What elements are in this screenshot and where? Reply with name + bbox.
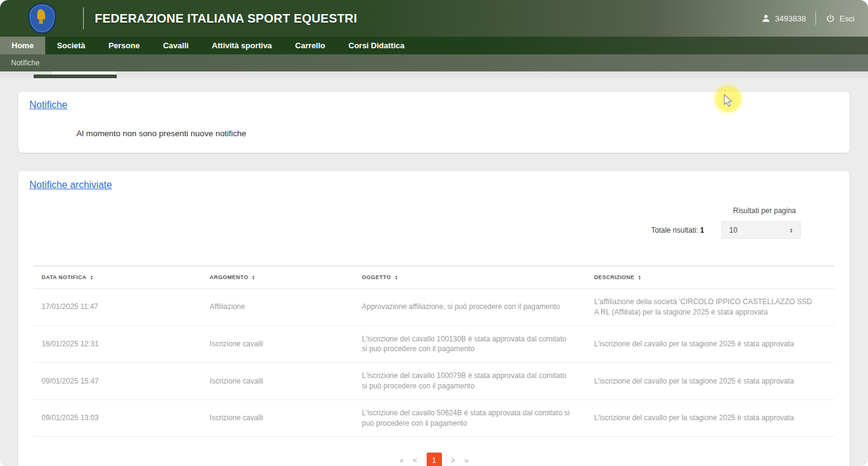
cell-description: L'iscrizione del cavallo per la stagione… bbox=[586, 363, 834, 400]
total-results-label: Totale risultati: bbox=[651, 226, 698, 235]
subnav-item-notifiche[interactable]: Notifiche bbox=[0, 59, 51, 67]
app-header: FEDERAZIONE ITALIANA SPORT EQUESTRI 3493… bbox=[0, 0, 868, 37]
pagination-page-1-button[interactable]: 1 bbox=[427, 453, 442, 466]
logo-emblem-icon bbox=[37, 9, 45, 20]
nav-item-attivita-sportiva[interactable]: Attività sportiva bbox=[200, 37, 284, 54]
main-nav: Home Società Persone Cavalli Attività sp… bbox=[0, 37, 868, 54]
column-header-descrizione[interactable]: DESCRIZIONE▲▼ bbox=[586, 266, 834, 289]
page-size-value: 10 bbox=[729, 226, 737, 235]
results-controls: Risultati per pagina Totale risultati: 1… bbox=[18, 206, 801, 239]
logout-button[interactable]: Esci bbox=[826, 14, 855, 23]
results-per-page-label: Risultati per pagina bbox=[733, 206, 796, 215]
sort-icon[interactable]: ▲▼ bbox=[252, 275, 255, 280]
table-row: 16/01/2025 12:31 Iscrizione cavalli L'is… bbox=[34, 326, 834, 363]
nav-item-carrello[interactable]: Carrello bbox=[284, 37, 337, 54]
empty-notifications-message: Al momento non sono presenti nuove notif… bbox=[76, 129, 850, 138]
cell-subject: L'iscrizione del cavallo 100130B è stata… bbox=[354, 326, 586, 363]
cell-subject: Approvazione affiliazione, si può proced… bbox=[354, 289, 586, 326]
cell-topic: Affiliazione bbox=[202, 289, 354, 326]
cell-date: 09/01/2025 13:03 bbox=[34, 399, 202, 437]
column-label: ARGOMENTO bbox=[210, 274, 248, 280]
table-row: 09/01/2025 15:47 Iscrizione cavalli L'is… bbox=[34, 363, 834, 400]
archived-heading-link[interactable]: Notifiche archiviate bbox=[29, 180, 112, 191]
cell-date: 09/01/2025 15:47 bbox=[34, 363, 202, 400]
header-divider bbox=[83, 7, 84, 29]
nav-item-persone[interactable]: Persone bbox=[97, 37, 151, 54]
sort-icon[interactable]: ▲▼ bbox=[638, 275, 641, 280]
notifications-card: Notifiche Al momento non sono presenti n… bbox=[18, 92, 850, 153]
column-label: DATA NOTIFICA bbox=[42, 274, 87, 280]
spinner-icon: ▲▼ bbox=[790, 228, 793, 233]
page-size-select[interactable]: 10 ▲▼ bbox=[721, 221, 801, 239]
column-label: OGGETTO bbox=[362, 274, 391, 280]
active-tab-underline bbox=[34, 75, 117, 78]
user-id-label: 3493838 bbox=[775, 14, 806, 23]
user-menu[interactable]: 3493838 bbox=[761, 13, 806, 23]
fise-logo-icon bbox=[28, 3, 56, 34]
column-label: DESCRIZIONE bbox=[594, 274, 634, 280]
archived-notifications-card: Notifiche archiviate Risultati per pagin… bbox=[18, 171, 850, 466]
header-actions-divider bbox=[815, 12, 816, 25]
table-row: 09/01/2025 13:03 Iscrizione cavalli L'is… bbox=[34, 399, 834, 437]
logout-label: Esci bbox=[839, 14, 855, 23]
cell-date: 17/01/2025 11:47 bbox=[34, 289, 202, 326]
cell-topic: Iscrizione cavalli bbox=[202, 363, 354, 400]
cell-description: L'iscrizione del cavallo per la stagione… bbox=[586, 399, 834, 437]
app-title: FEDERAZIONE ITALIANA SPORT EQUESTRI bbox=[95, 12, 357, 26]
sub-nav: Notifiche bbox=[0, 54, 868, 71]
pagination-first-button[interactable]: « bbox=[400, 456, 404, 465]
column-header-argomento[interactable]: ARGOMENTO▲▼ bbox=[202, 266, 354, 289]
total-results: Totale risultati: 1 bbox=[651, 226, 704, 235]
total-results-value: 1 bbox=[700, 226, 704, 235]
pagination-prev-button[interactable]: < bbox=[413, 456, 417, 465]
cell-subject: L'iscrizione del cavallo 50624B è stata … bbox=[354, 399, 586, 437]
notifiche-heading-link[interactable]: Notifiche bbox=[29, 100, 67, 111]
nav-item-societa[interactable]: Società bbox=[45, 37, 97, 54]
pagination-last-button[interactable]: » bbox=[465, 456, 469, 465]
pagination-next-button[interactable]: > bbox=[451, 456, 455, 465]
table-row: 17/01/2025 11:47 Affiliazione Approvazio… bbox=[34, 289, 834, 326]
power-icon bbox=[826, 14, 835, 23]
cell-topic: Iscrizione cavalli bbox=[202, 399, 354, 437]
column-header-data-notifica[interactable]: DATA NOTIFICA▲▼ bbox=[34, 266, 202, 289]
pagination: « < 1 > » bbox=[18, 453, 850, 466]
sort-icon[interactable]: ▲▼ bbox=[395, 275, 398, 280]
user-icon bbox=[761, 13, 771, 23]
cell-date: 16/01/2025 12:31 bbox=[34, 326, 202, 363]
archived-notifications-table: DATA NOTIFICA▲▼ ARGOMENTO▲▼ OGGETTO▲▼ DE… bbox=[34, 266, 834, 437]
cell-topic: Iscrizione cavalli bbox=[202, 326, 354, 363]
subnav-accent-zone bbox=[0, 71, 868, 78]
nav-item-home[interactable]: Home bbox=[0, 37, 45, 54]
table-header-row: DATA NOTIFICA▲▼ ARGOMENTO▲▼ OGGETTO▲▼ DE… bbox=[34, 266, 834, 289]
main-content: Notifiche Al momento non sono presenti n… bbox=[0, 78, 868, 466]
header-actions: 3493838 Esci bbox=[761, 12, 855, 25]
app-window: FEDERAZIONE ITALIANA SPORT EQUESTRI 3493… bbox=[0, 0, 868, 466]
nav-item-corsi-didattica[interactable]: Corsi Didattica bbox=[337, 37, 416, 54]
column-header-oggetto[interactable]: OGGETTO▲▼ bbox=[354, 266, 586, 289]
cell-subject: L'iscrizione del cavallo 100079B è stata… bbox=[354, 363, 586, 400]
cell-description: L'iscrizione del cavallo per la stagione… bbox=[586, 326, 834, 363]
nav-item-cavalli[interactable]: Cavalli bbox=[152, 37, 200, 54]
cell-description: L'affiliazione della società 'CIRCOLO IP… bbox=[586, 289, 834, 326]
sort-icon[interactable]: ▲▼ bbox=[90, 275, 94, 280]
